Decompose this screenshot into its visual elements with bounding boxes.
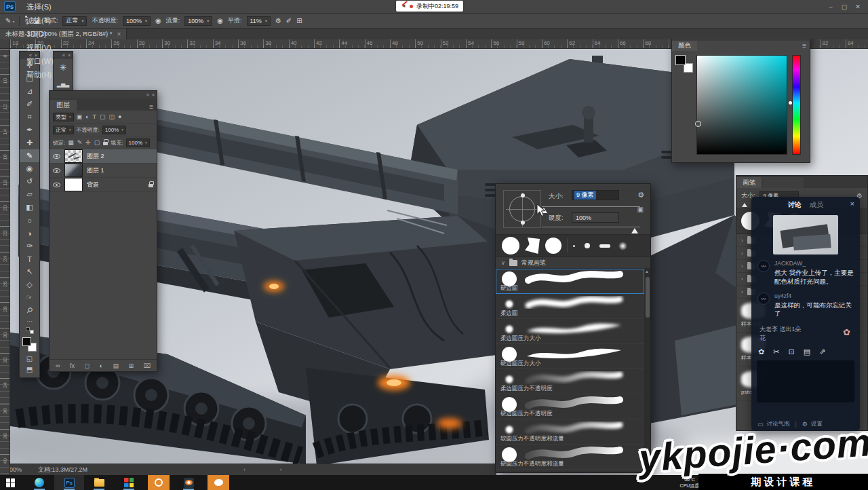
collapsed-icon[interactable]: › — [741, 276, 743, 282]
color-picker-circle[interactable] — [695, 121, 701, 127]
lock-transparent-icon[interactable]: ▦ — [68, 139, 74, 146]
lock-artboard-icon[interactable]: ▢ — [94, 139, 100, 146]
photoshop-logo[interactable]: Ps — [4, 1, 16, 12]
blend-mode-select[interactable]: 正常 — [62, 16, 87, 26]
layer-filter-select[interactable]: 类型 — [53, 113, 74, 121]
tab-members[interactable]: 成员 — [810, 200, 823, 210]
lock-pixels-icon[interactable]: ✎ — [77, 139, 83, 146]
collapsed-icon[interactable]: › — [741, 263, 743, 269]
recent-brush-dot-icon[interactable] — [585, 243, 590, 248]
tip-handle[interactable] — [521, 193, 525, 197]
new-layer-icon[interactable]: ⊞ — [129, 362, 134, 369]
brush-preset[interactable]: 柔边圆压力不透明度 — [496, 369, 644, 394]
color-swatches[interactable] — [22, 337, 37, 352]
smoothing-gear-icon[interactable]: ⚙ — [275, 17, 281, 24]
close-icon[interactable]: × — [850, 200, 854, 208]
foreground-color-swatch[interactable] — [675, 55, 686, 65]
smoothing-select[interactable]: 11% — [247, 16, 271, 26]
taskbar-photoshop[interactable]: Ps — [54, 475, 84, 490]
flower-icon[interactable]: ✿ — [758, 347, 764, 356]
size-slider[interactable] — [542, 206, 640, 207]
eyedropper-tool[interactable]: ✒ — [20, 124, 39, 136]
pixel-layer-filter-icon[interactable]: ▣ — [77, 113, 83, 120]
brush-size-field[interactable]: 9 像素 — [572, 190, 619, 200]
history-brush-tool[interactable]: ↺ — [20, 175, 39, 188]
gradient-tool[interactable]: ◧ — [20, 201, 39, 214]
scissors-icon[interactable]: ✂ — [773, 347, 779, 356]
layer-opacity-select[interactable]: 100% — [102, 126, 126, 134]
brush-preset[interactable]: 硬边圆 — [496, 269, 644, 294]
saturation-brightness-field[interactable] — [696, 55, 787, 155]
default-swatches-icon[interactable] — [26, 327, 34, 334]
link-icon[interactable]: ∞ — [56, 362, 60, 369]
sticker-icon[interactable]: ▤ — [804, 347, 810, 356]
eraser-tool[interactable]: ▱ — [20, 188, 39, 201]
brush-preset[interactable]: 硬圆压力不透明度和流量 — [496, 445, 644, 470]
fill-select[interactable]: 100% — [126, 138, 150, 147]
document-close-icon[interactable]: × — [117, 31, 121, 38]
brush-preset[interactable]: 软圆压力不透明度和流量 — [496, 419, 644, 445]
collapsed-icon[interactable]: › — [741, 238, 743, 244]
brush-preset[interactable]: 柔边圆 — [496, 294, 644, 319]
hardness-slider[interactable] — [542, 227, 640, 227]
healing-brush-tool[interactable]: ✚ — [20, 136, 39, 149]
tablet-pressure-icon[interactable]: ⊞ — [296, 17, 302, 24]
menu-item[interactable]: 滤镜(T) — [21, 14, 59, 27]
opacity-select[interactable]: 100% — [123, 16, 151, 26]
hardness-field[interactable]: 100% — [572, 212, 619, 223]
restore-button[interactable]: ▢ — [838, 1, 850, 13]
collapse-icon[interactable]: « — [146, 92, 149, 97]
start-button[interactable] — [6, 478, 15, 487]
chat-input[interactable] — [757, 360, 854, 402]
lock-all-icon[interactable] — [103, 142, 108, 145]
layer-row[interactable]: 图层 1 — [50, 164, 157, 178]
close-icon[interactable]: × — [68, 53, 71, 58]
visibility-eye-icon[interactable] — [53, 154, 60, 159]
share-icon[interactable]: ⇗ — [819, 347, 825, 356]
vertical-ruler[interactable]: 810121416182022242628303234363840 — [0, 49, 10, 475]
brush-tool[interactable]: ✎ — [20, 149, 39, 162]
recent-brush-small-dot-icon[interactable] — [573, 245, 575, 247]
quick-selection-tool[interactable]: ✐ — [20, 98, 39, 111]
color-tab[interactable]: 颜色 — [672, 41, 697, 51]
document-tab[interactable]: 未标题-1 @ 200% (图层 2, RGB/8#) * × — [0, 29, 127, 39]
adjustment-icon[interactable]: ◐ — [100, 362, 103, 369]
menu-item[interactable]: 帮助(H) — [21, 68, 59, 81]
shape-tool[interactable]: ◇ — [20, 278, 39, 291]
collapsed-icon[interactable]: › — [741, 289, 743, 295]
layer-style-icon[interactable]: fx — [70, 362, 75, 369]
visibility-eye-icon[interactable] — [53, 183, 60, 187]
airbrush-flow-icon[interactable]: ◉ — [217, 17, 223, 24]
screen-mode-icon[interactable]: ⬒ — [26, 364, 33, 375]
layer-row[interactable]: 图层 2 — [50, 149, 157, 164]
close-button[interactable]: ✕ — [852, 1, 864, 13]
lock-position-icon[interactable]: ✛ — [85, 139, 91, 146]
hardness-slider-handle[interactable] — [631, 228, 638, 233]
filter-toggle-icon[interactable]: ● — [118, 113, 121, 120]
brush-preset[interactable]: 硬边圆压力不透明度 — [496, 394, 644, 419]
close-icon[interactable]: × — [152, 92, 155, 97]
layer-thumbnail[interactable] — [64, 178, 83, 191]
active-tool-icon[interactable]: ✎ — [5, 17, 14, 24]
menu-item[interactable]: 3D(D) — [21, 27, 59, 41]
visibility-eye-icon[interactable] — [53, 168, 60, 173]
panel-menu-icon[interactable]: ≡ — [802, 42, 806, 50]
tip-handle[interactable] — [521, 221, 525, 225]
scroll-up-icon[interactable]: ▲ — [645, 269, 649, 274]
image-icon[interactable]: ⊡ — [788, 347, 794, 356]
brush-angle-icon[interactable]: ✐ — [286, 17, 292, 24]
expand-icon[interactable]: ∨ — [501, 260, 505, 266]
taskbar-edge[interactable] — [24, 475, 54, 490]
crop-tool[interactable]: ⌗ — [20, 111, 39, 124]
brush-folder-row[interactable]: ∨ 常规画笔 — [496, 257, 650, 269]
layer-row[interactable]: 背景 — [50, 178, 157, 192]
delete-layer-icon[interactable]: ⌧ — [144, 362, 151, 369]
layer-thumbnail[interactable] — [64, 164, 83, 177]
minimize-button[interactable]: – — [825, 1, 837, 13]
recent-brush-hard-round-icon[interactable] — [502, 237, 519, 255]
recent-brush-round-icon[interactable] — [545, 238, 561, 254]
airbrush-opacity-icon[interactable]: ◉ — [155, 17, 161, 24]
menu-item[interactable]: 选择(S) — [21, 0, 59, 14]
taskbar-file-explorer[interactable] — [84, 475, 114, 490]
brushes-tab[interactable]: 画笔 — [736, 177, 762, 188]
